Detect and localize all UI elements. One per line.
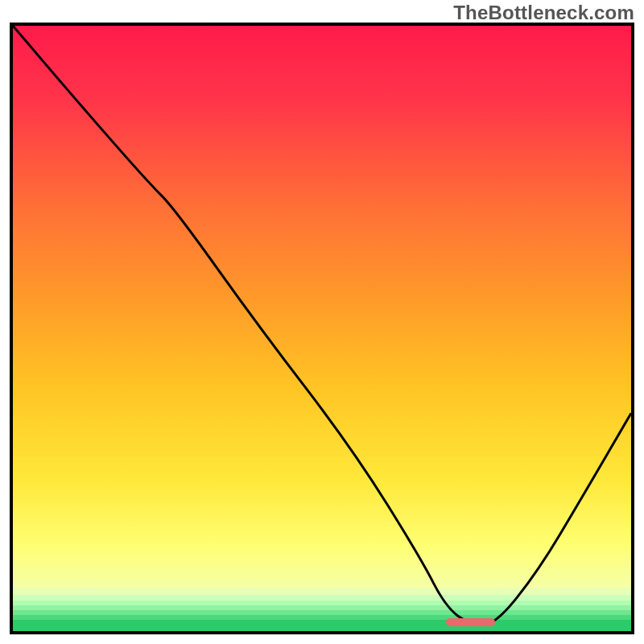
optimal-marker: [446, 618, 495, 626]
series-bottleneck-curve: [13, 26, 631, 625]
watermark-text: TheBottleneck.com: [453, 2, 634, 24]
curve-layer: [13, 26, 631, 631]
chart-container: TheBottleneck.com: [0, 0, 644, 644]
plot-frame: [10, 23, 634, 634]
